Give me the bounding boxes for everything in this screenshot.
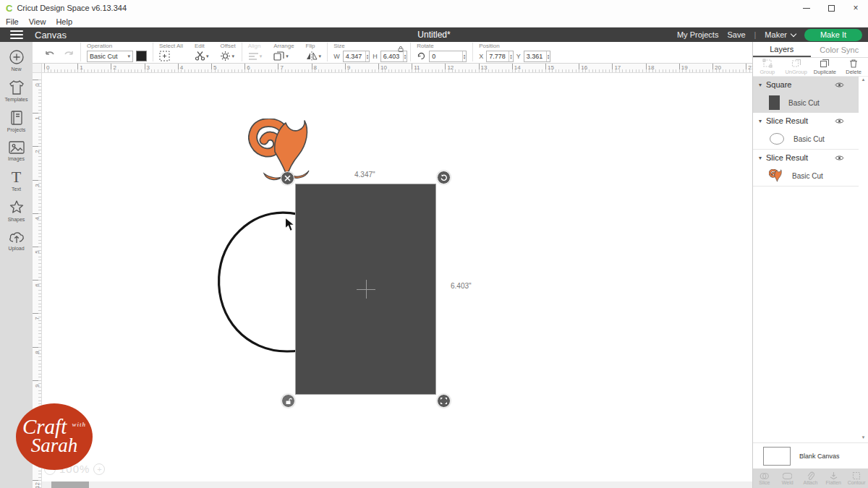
maximize-button[interactable] bbox=[819, 0, 843, 16]
align-icon bbox=[248, 51, 259, 61]
canvas-hscrollbar-thumb[interactable] bbox=[51, 481, 89, 488]
weld-icon bbox=[783, 472, 792, 480]
save-link[interactable]: Save bbox=[727, 30, 745, 39]
ruler-horizontal: 0123456789101112131415161718192021 bbox=[42, 64, 752, 73]
contour-button[interactable]: Contour bbox=[845, 471, 868, 485]
y-input[interactable]: 3.361 ▴▾ bbox=[524, 51, 551, 62]
canvas-color-swatch[interactable] bbox=[763, 447, 791, 466]
layer-row[interactable]: Basic Cut bbox=[753, 129, 859, 149]
window-controls: × bbox=[794, 0, 868, 16]
delete-handle[interactable] bbox=[281, 171, 294, 185]
make-it-button[interactable]: Make It bbox=[804, 29, 862, 41]
contour-icon bbox=[852, 471, 861, 480]
sidebar-item-templates[interactable]: Templates bbox=[0, 78, 33, 103]
arrange-group: Arrange ▾ bbox=[268, 42, 299, 63]
new-icon bbox=[9, 49, 25, 65]
material-color-swatch[interactable] bbox=[136, 51, 147, 61]
rotate-value: 0 bbox=[430, 53, 461, 60]
weld-button[interactable]: Weld bbox=[776, 472, 799, 485]
sidebar-item-shapes[interactable]: Shapes bbox=[0, 198, 33, 223]
slice-button[interactable]: Slice bbox=[753, 472, 776, 485]
undo-button[interactable] bbox=[44, 50, 56, 63]
operation-group: Operation Basic Cut ▾ bbox=[81, 42, 153, 63]
sidebar-item-projects[interactable]: Projects bbox=[0, 108, 33, 134]
resize-handle[interactable] bbox=[437, 394, 451, 408]
ungroup-label: UnGroup bbox=[785, 69, 807, 75]
tab-color-sync[interactable]: Color Sync bbox=[811, 42, 868, 57]
square-shape[interactable] bbox=[295, 184, 436, 395]
ruler-number: 1 bbox=[80, 64, 82, 71]
menu-view[interactable]: View bbox=[29, 17, 46, 26]
visibility-toggle[interactable] bbox=[835, 82, 844, 88]
contour-label: Contour bbox=[848, 480, 866, 485]
flip-button[interactable]: ▾ bbox=[306, 51, 322, 61]
duplicate-button[interactable]: Duplicate bbox=[811, 59, 840, 75]
select-all-button[interactable] bbox=[159, 51, 170, 61]
arrange-button[interactable]: ▾ bbox=[273, 51, 289, 61]
rotate-input[interactable]: 0 ▴▾ bbox=[429, 51, 467, 62]
design-canvas[interactable]: 0123456789101112131415161718192021 01234… bbox=[33, 64, 752, 488]
rotate-group: Rotate 0 ▴▾ bbox=[411, 42, 472, 63]
rotate-button[interactable] bbox=[417, 50, 426, 63]
my-projects-link[interactable]: My Projects bbox=[677, 30, 718, 39]
operation-dropdown[interactable]: Basic Cut ▾ bbox=[87, 51, 133, 62]
visibility-toggle[interactable] bbox=[835, 118, 844, 124]
layers-scrollbar[interactable]: ▴ ▾ bbox=[860, 77, 867, 440]
delete-button[interactable]: Delete bbox=[839, 59, 868, 75]
scroll-up-icon[interactable]: ▴ bbox=[860, 77, 867, 82]
sidebar-item-images[interactable]: Images bbox=[0, 139, 33, 163]
layers-panel-tabs: Layers Color Sync bbox=[753, 42, 868, 58]
width-stepper[interactable]: ▴▾ bbox=[365, 51, 370, 61]
width-input[interactable]: 4.347 ▴▾ bbox=[343, 51, 370, 62]
header-separator: | bbox=[754, 30, 757, 39]
group-button[interactable]: Group bbox=[753, 59, 782, 75]
ruler-number: 12 bbox=[447, 64, 454, 71]
disclosure-triangle-icon[interactable]: ▾ bbox=[759, 118, 762, 124]
menu-bar: File View Help bbox=[0, 16, 868, 27]
offset-button[interactable]: ▾ bbox=[220, 51, 234, 61]
disclosure-triangle-icon[interactable]: ▾ bbox=[759, 155, 762, 161]
attach-button[interactable]: Attach bbox=[799, 471, 822, 485]
tab-layers[interactable]: Layers bbox=[753, 42, 811, 57]
sidebar-item-new[interactable]: New bbox=[0, 48, 33, 73]
delete-label: Delete bbox=[846, 69, 861, 75]
size-lock-icon[interactable] bbox=[397, 42, 404, 55]
align-button[interactable]: ▾ bbox=[248, 51, 263, 61]
ruler-number: 20 bbox=[715, 64, 721, 71]
menu-file[interactable]: File bbox=[6, 17, 19, 26]
layer-group-header[interactable]: ▾ Square bbox=[753, 77, 859, 93]
edit-button[interactable]: ▾ bbox=[195, 51, 209, 61]
watermark-word-with: with bbox=[72, 421, 86, 428]
sidebar-item-label: Templates bbox=[5, 97, 28, 102]
width-value: 4.347 bbox=[344, 53, 365, 60]
visibility-toggle[interactable] bbox=[835, 155, 844, 161]
menu-help[interactable]: Help bbox=[56, 17, 72, 26]
layer-group-header[interactable]: ▾ Slice Result bbox=[753, 150, 859, 166]
header-right: My Projects Save | Maker Make It bbox=[677, 29, 862, 41]
layer-group-header[interactable]: ▾ Slice Result bbox=[753, 113, 859, 129]
rotate-stepper[interactable]: ▴▾ bbox=[462, 51, 467, 61]
scroll-down-icon[interactable]: ▾ bbox=[860, 435, 867, 440]
layer-row[interactable]: Basic Cut bbox=[753, 93, 859, 113]
minimize-button[interactable] bbox=[794, 0, 819, 16]
sidebar-item-text[interactable]: T Text bbox=[0, 168, 33, 193]
layer-actions: Group UnGroup Duplicate Delete bbox=[753, 58, 868, 77]
maximize-icon bbox=[828, 5, 835, 12]
images-icon bbox=[8, 140, 25, 155]
disclosure-triangle-icon[interactable]: ▾ bbox=[759, 82, 762, 88]
lock-handle[interactable] bbox=[281, 394, 295, 408]
sidebar-item-upload[interactable]: Upload bbox=[0, 228, 33, 252]
canvas-hscrollbar[interactable] bbox=[42, 481, 752, 488]
layer-row[interactable]: Basic Cut bbox=[753, 166, 859, 186]
y-stepper[interactable]: ▴▾ bbox=[546, 51, 550, 61]
x-input[interactable]: 7.778 ▴▾ bbox=[486, 51, 514, 62]
close-button[interactable]: × bbox=[843, 0, 868, 16]
flatten-button[interactable]: Flatten bbox=[822, 471, 845, 485]
redo-button[interactable] bbox=[63, 50, 75, 63]
rotate-handle[interactable] bbox=[437, 171, 451, 184]
x-stepper[interactable]: ▴▾ bbox=[509, 51, 513, 61]
ruler-number: 10 bbox=[380, 64, 387, 71]
ungroup-button[interactable]: UnGroup bbox=[782, 59, 811, 75]
zoom-in-button[interactable]: + bbox=[93, 463, 105, 475]
machine-selector[interactable]: Maker bbox=[765, 30, 796, 39]
